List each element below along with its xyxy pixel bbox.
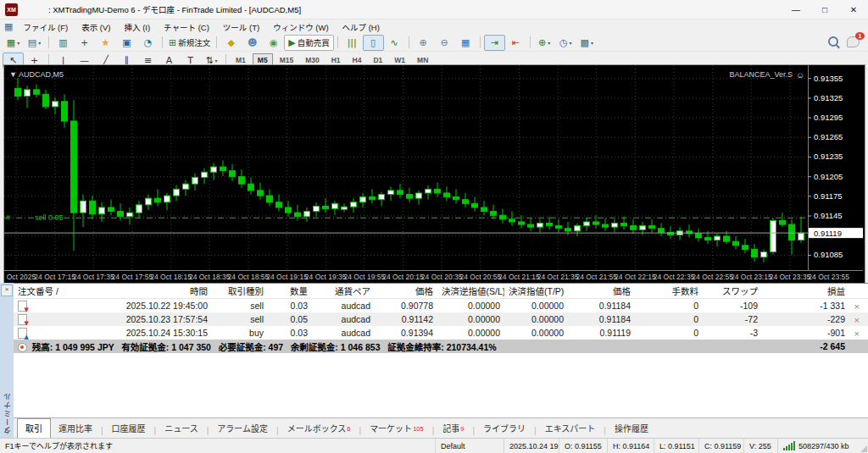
terminal-close-button[interactable]: × (1, 285, 13, 296)
community-button[interactable]: ☻ (242, 35, 263, 51)
menu-view[interactable]: 表示 (V) (75, 22, 117, 33)
chart-bars-icon: ||| (348, 38, 357, 47)
ea-name-label: BALANCEA_Ver.S (729, 70, 793, 79)
close-position-cell: × (849, 326, 868, 340)
new-chart-icon: ▦ (7, 38, 15, 47)
price-chart[interactable]: #sell 0.050.913550.913250.912950.912650.… (4, 65, 863, 283)
fibonacci-icon: ≡ (144, 56, 152, 65)
chart-candles-button[interactable]: ▯ (363, 35, 384, 51)
svg-text:24 Oct 17:15: 24 Oct 17:15 (34, 273, 75, 281)
tab-alerts[interactable]: アラーム設定 (209, 419, 275, 438)
order-row[interactable]: ▼2025.10.22 19:45:00sell0.03audcad0.9077… (14, 299, 868, 313)
status-profile[interactable]: Default (436, 439, 504, 453)
menu-charts[interactable]: チャート (C) (157, 22, 216, 33)
templates-dropdown-icon[interactable]: ▾ (591, 40, 593, 46)
order-symbol: audcad (312, 299, 375, 313)
maximize-button[interactable]: □ (810, 0, 839, 19)
notifications-button[interactable]: 1 (847, 36, 860, 49)
data-window-button[interactable]: + (74, 35, 95, 51)
equidistant-channel-icon: ∥ (125, 56, 130, 65)
terminal-toggle-button[interactable]: ▣ (116, 35, 137, 51)
close-position-button[interactable]: × (854, 329, 860, 338)
chart-symbol-label[interactable]: ▼ AUDCAD,M5 (9, 70, 64, 79)
community-icon: ☻ (248, 38, 257, 47)
chart-bars-button[interactable]: ||| (342, 35, 363, 51)
autotrade-button[interactable]: ▶自動売買 (284, 35, 333, 51)
auto-scroll-button[interactable]: ⇥ (484, 35, 505, 51)
tab-label: アラーム設定 (217, 422, 268, 434)
periods-button[interactable]: ◷▾ (555, 35, 576, 51)
balance-cell: 残高: 1 049 995 JPY 有効証拠金: 1 047 350 必要証拠金… (14, 340, 762, 353)
indicators-button[interactable]: ⊕▾ (534, 35, 555, 51)
chart-shift-button[interactable]: ⇤ (505, 35, 526, 51)
tab-exposure[interactable]: 運用比率 (51, 419, 100, 438)
menu-bar: ▦ ファイル (F)表示 (V)挿入 (I)チャート (C)ツール (T)ウィン… (0, 19, 868, 34)
tab-articles[interactable]: 記事9 (435, 419, 471, 438)
search-button[interactable] (828, 36, 838, 48)
total-profit: -2 645 (762, 340, 849, 353)
menu-help[interactable]: ヘルプ (H) (336, 22, 387, 33)
new-chart-dropdown-icon[interactable]: ▾ (17, 40, 19, 46)
market-watch-button[interactable]: ▥ (53, 35, 74, 51)
new-chart-button[interactable]: ▦▾ (3, 35, 24, 51)
chart-line-icon: ∿ (391, 38, 398, 47)
menu-tools[interactable]: ツール (T) (216, 22, 266, 33)
vertical-line-icon: | (62, 56, 65, 65)
auto-scroll-icon: ⇥ (491, 38, 498, 47)
tab-account-history[interactable]: 口座履歴 (104, 419, 153, 438)
chart-line-button[interactable]: ∿ (384, 35, 405, 51)
tab-news[interactable]: ニュース (157, 419, 206, 438)
close-button[interactable]: ✕ (839, 0, 868, 19)
balance-row: 残高: 1 049 995 JPY 有効証拠金: 1 047 350 必要証拠金… (14, 340, 868, 353)
profiles-icon: ▤ (28, 38, 36, 47)
zoom-out-button[interactable]: ⊖ (434, 35, 455, 51)
metaeditor-button[interactable]: ◆ (220, 35, 242, 51)
tile-windows-button[interactable]: ▦ (455, 35, 476, 51)
close-position-button[interactable]: × (854, 302, 860, 311)
tab-mailbox[interactable]: メールボックス6 (280, 419, 359, 438)
tab-trade[interactable]: 取引 (17, 418, 51, 439)
navigator-button[interactable]: ★ (95, 35, 116, 51)
toolbar-separator (409, 36, 409, 48)
status-traffic: 508297/430 kb (798, 442, 849, 450)
profiles-button[interactable]: ▤▾ (24, 35, 45, 51)
tab-experts[interactable]: エキスパート (537, 419, 604, 438)
terminal-vertical-tab[interactable]: ターミナル (2, 392, 13, 434)
indicators-dropdown-icon[interactable]: ▾ (548, 40, 550, 46)
tab-label: 取引 (25, 422, 42, 434)
zoom-in-button[interactable]: ⊕ (413, 35, 434, 51)
text-icon: A (166, 56, 173, 65)
terminal-side-strip: × ターミナル (0, 283, 14, 438)
order-symbol: audcad (312, 312, 375, 326)
ea-status-icon[interactable]: ☺ (796, 70, 804, 80)
order-row[interactable]: ▼2025.10.23 17:57:54sell0.05audcad0.9114… (14, 312, 868, 326)
tab-label: ニュース (164, 422, 198, 434)
tab-market[interactable]: マーケット105 (362, 419, 431, 438)
arrows-dropdown-icon[interactable]: ▾ (215, 58, 218, 64)
status-bar-time: 2025.10.24 19:50 (504, 439, 559, 453)
time-axis[interactable]: 24 Oct 202524 Oct 17:1524 Oct 17:3524 Oc… (4, 273, 849, 281)
svg-text:24 Oct 23:55: 24 Oct 23:55 (808, 273, 849, 281)
order-commission: 0 (635, 299, 703, 313)
menu-window[interactable]: ウィンドウ (W) (266, 22, 335, 33)
strategy-tester-button[interactable]: ◔ (137, 35, 159, 51)
tab-journal[interactable]: 操作履歴 (607, 419, 656, 438)
profiles-dropdown-icon[interactable]: ▾ (38, 40, 41, 46)
column-header-0[interactable]: 注文番号 / (14, 284, 98, 299)
tab-library[interactable]: ライブラリ (476, 419, 533, 438)
menu-items: ファイル (F)表示 (V)挿入 (I)チャート (C)ツール (T)ウィンドウ… (16, 21, 386, 33)
templates-button[interactable]: ▩▾ (576, 35, 598, 51)
chart-window-icon[interactable]: ▦ (4, 22, 13, 31)
resize-grip[interactable] (860, 445, 867, 452)
order-row[interactable]: ▲2025.10.24 15:30:15buy0.03audcad0.91394… (14, 326, 868, 340)
menu-insert[interactable]: 挿入 (I) (118, 22, 158, 33)
text-label-icon: T (187, 56, 193, 65)
mql5-button[interactable]: ◉ (263, 35, 284, 51)
periods-dropdown-icon[interactable]: ▾ (570, 40, 572, 46)
new-order-button[interactable]: ⊞新規注文 (166, 35, 213, 51)
svg-text:24 Oct 19:35: 24 Oct 19:35 (305, 273, 347, 281)
menu-file[interactable]: ファイル (F) (16, 22, 75, 33)
close-position-button[interactable]: × (854, 316, 860, 324)
minimize-button[interactable]: — (782, 0, 810, 19)
close-position-cell: × (849, 299, 868, 313)
